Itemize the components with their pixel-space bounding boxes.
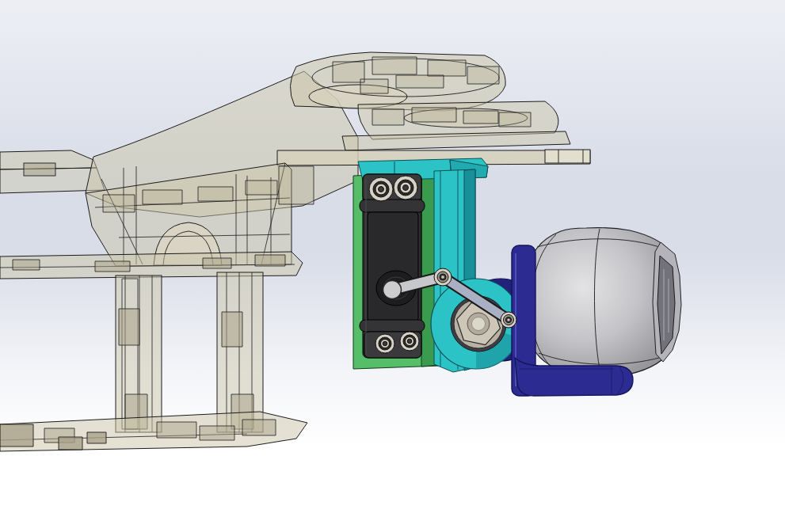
link-pivot-screw-lower (501, 312, 516, 328)
servo-horn-hub (383, 281, 402, 299)
frame-left-tab (24, 163, 55, 176)
cad-viewport[interactable] (0, 0, 785, 532)
servo-screw-top-left (369, 177, 393, 201)
servo-screw-bottom-right (400, 332, 419, 351)
servo-upper-flange (360, 200, 425, 212)
camera-housing[interactable] (524, 228, 681, 377)
link-pivot-screw-upper (434, 268, 452, 286)
servo-motor[interactable] (360, 174, 425, 358)
servo-screw-bottom-left (375, 334, 394, 353)
servo-screw-top-right (394, 176, 417, 200)
servo-lower-flange (360, 320, 425, 332)
pivot-hex-core (472, 317, 486, 331)
